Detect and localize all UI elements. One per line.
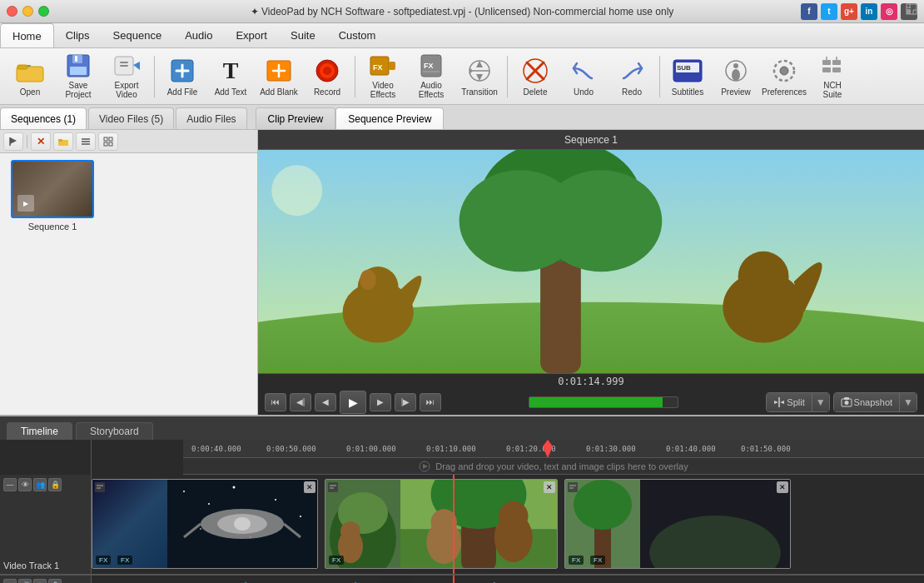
open-button[interactable]: Open <box>7 52 53 101</box>
skip-start-button[interactable]: ⏮ <box>265 393 286 411</box>
left-panel-content: ▶ Sequence 1 <box>0 153 257 415</box>
overlay-header-spacer <box>0 458 92 475</box>
menu-sequence[interactable]: Sequence <box>102 23 174 47</box>
undo-button[interactable]: Undo <box>560 52 607 101</box>
record-button[interactable]: Record <box>304 52 350 101</box>
add-blank-button[interactable]: Add Blank <box>256 52 302 101</box>
people-button[interactable]: 👥 <box>33 478 47 491</box>
audio-people-button[interactable]: 👥 <box>33 579 47 583</box>
minimize-button[interactable] <box>22 6 33 17</box>
skip-end-button[interactable]: ⏭ <box>420 393 441 411</box>
clip1-close[interactable]: ✕ <box>304 481 315 493</box>
tab-sequences[interactable]: Sequences (1) <box>0 107 87 129</box>
video-track-area: — 👁 👥 🔒 Video Track 1 ✕ <box>0 475 924 575</box>
googleplus-icon[interactable]: g+ <box>841 3 857 20</box>
menu-suite[interactable]: Suite <box>279 23 327 47</box>
add-text-button[interactable]: T Add Text <box>207 52 254 101</box>
preferences-button[interactable]: Preferences <box>761 52 807 101</box>
audio-mute-button[interactable]: 🔊 <box>18 579 32 583</box>
transition-button[interactable]: Transition <box>456 52 503 101</box>
svg-marker-85 <box>423 464 428 469</box>
main-content: ✕ <box>0 130 924 415</box>
instagram-icon[interactable]: ◎ <box>881 3 897 20</box>
timeline-section: Timeline Storyboard 0:00:40.000 0:00:50.… <box>0 415 924 583</box>
playback-buttons: ⏮ ◀| ◀ ▶ ▶ |▶ ⏭ <box>265 391 441 414</box>
tab-clip-preview[interactable]: Clip Preview <box>256 107 336 129</box>
snapshot-dropdown[interactable]: ▼ <box>900 393 917 411</box>
expand-button[interactable] <box>906 3 917 17</box>
audio-lock-button[interactable]: 🔒 <box>48 579 62 583</box>
folder-button[interactable] <box>53 132 73 151</box>
tab-timeline[interactable]: Timeline <box>7 422 72 440</box>
lock-button[interactable]: 🔒 <box>48 478 62 491</box>
close-button[interactable] <box>7 6 17 17</box>
audio-effects-button[interactable]: FX Audio Effects <box>408 52 455 101</box>
flag-button[interactable] <box>3 132 23 151</box>
menu-audio[interactable]: Audio <box>173 23 224 47</box>
step-forward-button[interactable]: ▶ <box>370 393 391 411</box>
split-button[interactable]: Split <box>767 393 812 411</box>
video-clip-2[interactable]: ✕ <box>325 479 558 569</box>
list-view-button[interactable] <box>76 132 96 151</box>
nch-suite-button[interactable]: NCH Suite <box>809 52 856 101</box>
play-button[interactable]: ▶ <box>340 391 366 414</box>
clip3-close[interactable]: ✕ <box>777 481 788 493</box>
preview-button[interactable]: Preview <box>713 52 759 101</box>
redo-label: Redo <box>622 87 642 97</box>
delete-button[interactable]: Delete <box>512 52 559 101</box>
undo-label: Undo <box>574 87 594 97</box>
tab-sequence-preview[interactable]: Sequence Preview <box>335 107 444 129</box>
divider-2 <box>355 56 355 97</box>
preview-icon <box>721 57 751 85</box>
audio-track-content[interactable]: FX 🔊 ↻ FX 🔊 ↻ <box>92 576 924 583</box>
export-video-button[interactable]: Export Video <box>103 52 150 101</box>
sequence-item[interactable]: ▶ Sequence 1 <box>7 160 98 232</box>
audio-track-controls: — 🔊 👥 🔒 <box>3 579 87 583</box>
sequence-title: Sequence 1 <box>564 134 618 146</box>
menu-custom[interactable]: Custom <box>327 23 388 47</box>
ruler-mark-8: 0:01:50.000 <box>741 445 791 453</box>
snapshot-button[interactable]: Snapshot <box>834 393 900 411</box>
next-frame-button[interactable]: |▶ <box>395 393 416 411</box>
add-text-label: Add Text <box>215 87 247 97</box>
subtitles-button[interactable]: SUB Subtitles <box>664 52 711 101</box>
svg-marker-83 <box>543 440 553 458</box>
video-clip-1[interactable]: ✕ <box>92 479 318 569</box>
eye-button[interactable]: 👁 <box>18 478 32 491</box>
tab-storyboard[interactable]: Storyboard <box>76 422 153 440</box>
add-file-button[interactable]: Add File <box>159 52 206 101</box>
video-effects-button[interactable]: FX Video Effects <box>360 52 406 101</box>
video-track-content[interactable]: ✕ <box>92 475 924 574</box>
grid-view-button[interactable] <box>98 132 118 151</box>
tab-audio-files[interactable]: Audio Files <box>176 107 246 129</box>
remove-button[interactable]: ✕ <box>31 132 51 151</box>
divider-3 <box>507 56 508 97</box>
ruler-mark-1: 0:00:40.000 <box>191 445 241 453</box>
video-clip-3[interactable]: ✕ FX FX <box>564 479 791 569</box>
volume-track[interactable] <box>529 396 678 408</box>
split-dropdown[interactable]: ▼ <box>812 393 829 411</box>
svg-rect-43 <box>822 60 831 65</box>
prev-frame-button[interactable]: ◀| <box>290 393 311 411</box>
divider-4 <box>659 56 660 97</box>
svg-rect-6 <box>75 56 77 62</box>
menu-home[interactable]: Home <box>0 23 54 47</box>
maximize-button[interactable] <box>38 6 49 17</box>
tab-video-files[interactable]: Video Files (5) <box>88 107 174 129</box>
menu-clips[interactable]: Clips <box>54 23 102 47</box>
facebook-icon[interactable]: f <box>801 3 817 20</box>
audio-collapse-button[interactable]: — <box>3 579 17 583</box>
svg-rect-5 <box>70 67 87 75</box>
menu-export[interactable]: Export <box>224 23 279 47</box>
step-back-button[interactable]: ◀ <box>315 393 336 411</box>
collapse-track-button[interactable]: — <box>3 478 17 491</box>
twitter-icon[interactable]: t <box>821 3 837 20</box>
redo-button[interactable]: Redo <box>609 52 655 101</box>
linkedin-icon[interactable]: in <box>861 3 877 20</box>
record-icon <box>312 57 342 85</box>
video-track-label: Video Track 1 <box>3 561 87 571</box>
add-file-label: Add File <box>167 87 198 97</box>
clip2-close[interactable]: ✕ <box>544 481 555 493</box>
overlay-hint-row: Drag and drop your video, text and image… <box>0 458 924 475</box>
save-project-button[interactable]: Save Project <box>55 52 102 101</box>
